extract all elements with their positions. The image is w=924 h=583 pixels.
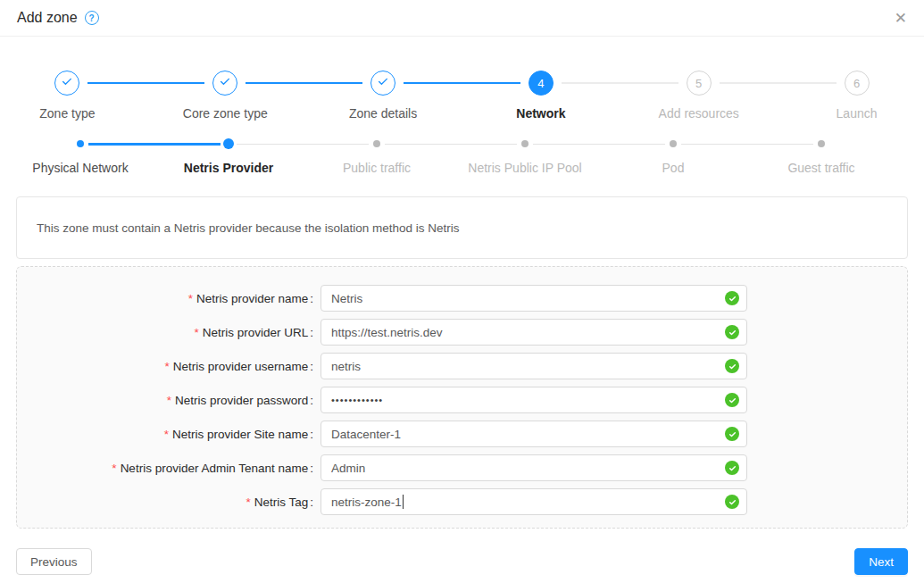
substep-dot [223,138,234,149]
success-check-icon [725,325,739,339]
netris-provider-name-input[interactable]: Netris [320,285,747,312]
required-marker: * [167,394,171,407]
substep-dot [77,140,84,147]
netris-provider-admin-tenant-name-input[interactable]: Admin [320,454,747,481]
form-row: *Netris provider Admin Tenant name: Admi… [17,454,907,481]
required-marker: * [164,428,169,441]
step-completed-circle [212,71,237,96]
field-label: *Netris provider password: [17,394,313,407]
substep-physical-network: Physical Network [6,138,154,175]
input-value: https://test.netris.dev [331,326,443,339]
substep-dot [670,140,677,147]
form-row: *Netris provider password: •••••••••••• [17,387,907,413]
field-label: *Netris provider name: [17,292,313,305]
input-value: netris [331,360,361,373]
substep-label: Netris Provider [154,161,303,175]
step-zone-details: Zone details [304,71,462,121]
success-check-icon [725,461,739,475]
substep-pod: Pod [599,138,747,175]
field-label: *Netris provider Site name: [17,428,313,441]
input-value: Datacenter-1 [331,428,401,441]
success-check-icon [725,495,739,509]
substep-label: Netris Public IP Pool [451,161,599,175]
check-icon [377,75,389,91]
form-row: *Netris provider URL: https://test.netri… [17,319,907,346]
netris-provider-url-input[interactable]: https://test.netris.dev [320,319,747,346]
substep-public-traffic: Public traffic [303,138,451,175]
previous-button[interactable]: Previous [16,548,92,575]
substep-dot [818,140,825,147]
input-value: netris-zone-1 [331,496,402,509]
check-icon [219,75,231,91]
netris-provider-site-name-input[interactable]: Datacenter-1 [320,421,747,447]
help-icon[interactable]: ? [85,11,99,25]
substep-label: Guest traffic [747,161,895,175]
success-check-icon [725,427,739,441]
substep-guest-traffic: Guest traffic [747,138,895,175]
isolation-method-notice: This zone must contain a Netris provider… [16,196,908,259]
required-marker: * [246,496,250,509]
input-value: Admin [331,462,365,475]
field-label: *Netris provider username: [17,360,313,373]
dialog-title: Add zone [17,10,78,26]
step-label: Add resources [620,106,778,121]
input-value: •••••••••••• [331,395,383,405]
required-marker: * [164,360,169,373]
next-button[interactable]: Next [854,548,908,575]
netris-tag-input[interactable]: netris-zone-1 [320,488,747,515]
step-core-zone-type: Core zone type [146,71,304,121]
input-value: Netris [331,292,362,305]
dialog-header: Add zone ? ✕ [0,0,924,37]
substep-dot [521,140,529,147]
step-label: Zone type [0,106,146,121]
success-check-icon [725,359,739,373]
step-label: Zone details [304,106,462,121]
notice-text: This zone must contain a Netris provider… [37,221,459,235]
step-label: Network [462,106,620,121]
step-completed-circle [370,71,395,96]
step-add-resources: 5 Add resources [620,71,778,121]
form-row: *Netris Tag: netris-zone-1 [17,488,907,515]
close-icon[interactable]: ✕ [895,11,907,26]
substep-dot [373,140,380,147]
step-label: Core zone type [146,106,304,121]
netris-provider-form: *Netris provider name: Netris *Netris pr… [16,266,908,529]
required-marker: * [112,462,116,475]
step-pending-circle: 5 [687,71,712,96]
wizard-steps: Zone type Core zone type Zone details 4 … [0,71,924,121]
substep-netris-public-ip-pool: Netris Public IP Pool [451,138,599,175]
step-current-circle: 4 [529,71,554,96]
wizard-footer: Previous Next [16,548,908,575]
network-sub-steps: Physical Network Netris Provider Public … [6,138,895,175]
step-zone-type: Zone type [0,71,146,121]
field-label: *Netris provider Admin Tenant name: [17,462,313,475]
check-icon [61,75,73,91]
netris-provider-password-input[interactable]: •••••••••••• [320,387,747,413]
form-row: *Netris provider Site name: Datacenter-1 [17,421,907,447]
success-check-icon [725,291,739,305]
step-launch: 6 Launch [778,71,924,121]
step-label: Launch [778,106,924,121]
substep-label: Pod [599,161,747,175]
step-completed-circle [54,71,79,96]
substep-netris-provider: Netris Provider [154,138,303,175]
required-marker: * [194,326,198,339]
field-label: *Netris provider URL: [17,326,313,339]
text-cursor [403,495,404,509]
form-row: *Netris provider username: netris [17,353,907,379]
required-marker: * [188,292,193,305]
netris-provider-username-input[interactable]: netris [320,353,747,379]
substep-label: Public traffic [303,161,451,175]
step-network: 4 Network [462,71,620,121]
substep-label: Physical Network [6,161,154,175]
success-check-icon [725,393,739,407]
form-row: *Netris provider name: Netris [17,285,907,312]
field-label: *Netris Tag: [17,496,313,509]
step-pending-circle: 6 [845,71,870,96]
